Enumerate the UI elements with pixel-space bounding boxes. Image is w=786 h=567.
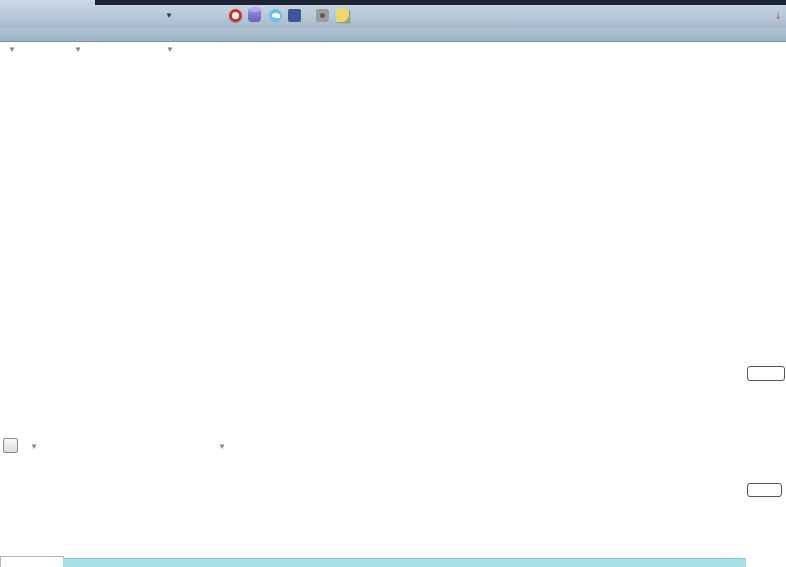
chart-canvas[interactable]: [0, 0, 786, 567]
indicator-value-badge: [747, 483, 782, 497]
chevron-down-icon[interactable]: ▼: [218, 442, 226, 451]
scrollbar-corner: [0, 556, 64, 567]
indicator-stochrsi-dropdown[interactable]: ▼: [30, 439, 38, 451]
horizontal-scrollbar[interactable]: [63, 558, 746, 567]
last-price-badge: [747, 366, 785, 381]
indicator-ma10-dropdown[interactable]: ▼: [218, 439, 226, 451]
charting-app-window: ▼ ↓ ▼ ▼ ▼ ▼ ▼: [0, 0, 786, 567]
chevron-down-icon[interactable]: ▼: [30, 442, 38, 451]
close-indicator-button[interactable]: [3, 438, 18, 453]
